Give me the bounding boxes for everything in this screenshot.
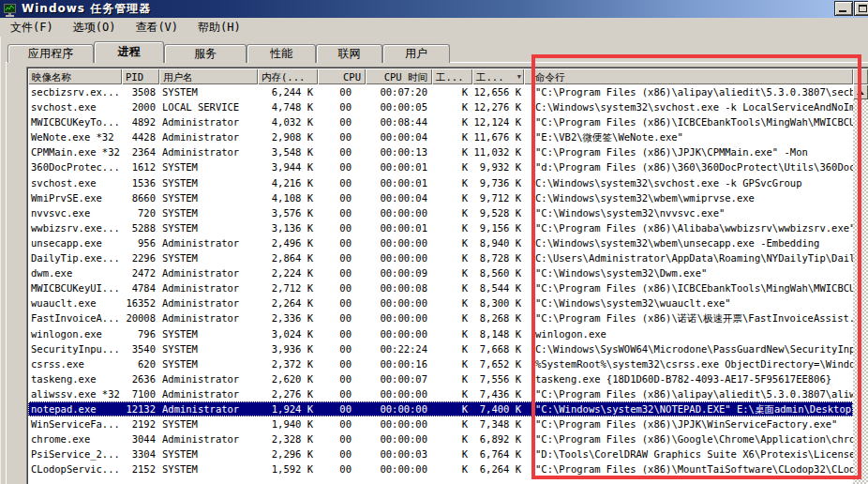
cell-name: WeNote.exe *32 [28, 129, 122, 144]
cell-cpu: 00 [318, 265, 366, 280]
column-header-cmd[interactable]: 命令行 [524, 68, 853, 84]
cell-cmd: "C:\Program Files (x86)\Google\Chrome\Ap… [524, 431, 853, 446]
cell-wset: 12,124 K [472, 114, 524, 129]
cell-cmd: "C:\Windows\system32\wuauclt.exe" [524, 295, 853, 310]
process-row[interactable]: WmiPrvSE.exe8660SYSTEM4,108 K0000:00:04K… [28, 190, 853, 205]
menu-bar: 文件(F) 选项(O) 查看(V) 帮助(H) [0, 18, 868, 37]
maximize-button[interactable] [855, 2, 868, 15]
cell-name: csrss.exe [28, 356, 122, 371]
cell-ws: K [432, 310, 472, 325]
cell-mem: 4,216 K [258, 175, 318, 190]
cell-ws: K [432, 114, 472, 129]
process-row[interactable]: WeNote.exe *324428Administrator2,908 K00… [28, 129, 853, 144]
cell-cpu: 00 [318, 144, 366, 159]
cell-ws: K [432, 144, 472, 159]
cell-pid: 7100 [122, 386, 159, 401]
tab-processes[interactable]: 进程 [94, 41, 164, 63]
menu-options[interactable]: 选项(O) [64, 18, 126, 38]
scroll-up-button[interactable] [853, 84, 868, 99]
process-row[interactable]: MWICBCUKeyUI...4784Administrator2,712 K0… [28, 280, 853, 295]
column-header-cpu[interactable]: CPU [318, 68, 366, 84]
cell-time: 00:00:01 [366, 220, 432, 235]
column-header-ws[interactable]: 工... [432, 68, 472, 84]
cell-user: Administrator [159, 310, 258, 325]
tab-performance[interactable]: 性能 [247, 44, 316, 63]
cell-name: MWICBCUKeyUI... [28, 280, 122, 295]
cell-ws: K [432, 280, 472, 295]
process-row[interactable]: chrome.exe3044Administrator2,328 K0000:0… [28, 431, 853, 446]
process-row[interactable]: winlogon.exe796SYSTEM3,024 K0000:00:00K8… [28, 326, 853, 341]
vertical-scrollbar[interactable] [853, 84, 868, 484]
cell-name: CLodopServic... [28, 461, 122, 476]
cell-ws: K [432, 190, 472, 205]
cell-ws: K [432, 461, 472, 476]
process-row[interactable]: PsiService_2...3304SYSTEM2,296 K0000:00:… [28, 446, 853, 461]
process-row[interactable]: SecurityInpu...3540SYSTEM3,936 K0000:22:… [28, 341, 853, 356]
process-row[interactable]: csrss.exe620SYSTEM2,372 K0000:00:16K7,65… [28, 356, 853, 371]
process-row[interactable]: unsecapp.exe956Administrator2,496 K0000:… [28, 235, 853, 250]
process-row[interactable]: dwm.exe2472Administrator2,224 K0000:00:0… [28, 265, 853, 280]
cell-pid: 5288 [122, 220, 159, 235]
cell-ws: K [432, 265, 472, 280]
column-header-name[interactable]: 映像名称 [28, 68, 122, 84]
minimize-button[interactable] [835, 2, 852, 15]
process-row[interactable]: DailyTip.exe...2296SYSTEM2,864 K0000:00:… [28, 250, 853, 265]
cell-pid: 2472 [122, 265, 159, 280]
process-row[interactable]: CPMMain.exe *322364Administrator3,548 K0… [28, 144, 853, 159]
cell-cmd: "C:\Program Files (x86)\JPJK\CPMMain.exe… [524, 144, 853, 159]
cell-ws: K [432, 326, 472, 341]
cell-wset: 8,728 K [472, 250, 524, 265]
process-row[interactable]: CLodopServic...2152SYSTEM1,592 K0000:00:… [28, 461, 853, 476]
process-row-selected[interactable]: notepad.exe12132Administrator1,924 K0000… [28, 401, 853, 416]
cell-pid: 3044 [122, 431, 159, 446]
process-row[interactable]: nvvsvc.exe720SYSTEM3,576 K0000:00:00K9,5… [28, 205, 853, 220]
process-row[interactable]: MWICBCUKeyTo...4892Administrator4,032 K0… [28, 114, 853, 129]
cell-ws: K [432, 220, 472, 235]
cell-ws: K [432, 295, 472, 310]
cell-mem: 3,548 K [258, 144, 318, 159]
cell-mem: 3,136 K [258, 220, 318, 235]
process-row[interactable]: svchost.exe1536SYSTEM4,216 K0000:00:01K9… [28, 175, 853, 190]
process-row[interactable]: 360DocProtec...1612SYSTEM3,944 K0000:00:… [28, 159, 853, 174]
cell-wset: 6,892 K [472, 431, 524, 446]
cell-mem: 3,944 K [258, 159, 318, 174]
menu-help[interactable]: 帮助(H) [188, 18, 250, 38]
column-header-pid[interactable]: PID [122, 68, 159, 84]
tab-users[interactable]: 用户 [382, 44, 450, 63]
cell-cpu: 00 [318, 295, 366, 310]
tab-services[interactable]: 服务 [164, 44, 247, 63]
cell-time: 00:00:00 [366, 461, 432, 476]
menu-view[interactable]: 查看(V) [126, 18, 187, 38]
column-header-user[interactable]: 用户名 [159, 68, 258, 84]
scrollbar-track[interactable] [853, 99, 868, 484]
cell-cmd: "C:\Windows\system32\NOTEPAD.EXE" E:\桌面a… [524, 401, 853, 416]
tab-networking[interactable]: 联网 [316, 44, 382, 63]
cell-cmd: "d:\Program Files (x86)\360\360DocProtec… [524, 159, 853, 174]
process-row[interactable]: taskeng.exe2636Administrator2,620 K0000:… [28, 371, 853, 386]
cell-name: winlogon.exe [28, 326, 122, 341]
cell-cpu: 00 [318, 250, 366, 265]
column-header-time[interactable]: CPU 时间 [366, 68, 432, 84]
process-list: 映像名称PID用户名内存(...CPUCPU 时间工...工...▼命令行 se… [26, 67, 868, 484]
process-row[interactable]: wwbizsrv.exe...5288SYSTEM3,136 K0000:00:… [28, 220, 853, 235]
cell-ws: K [432, 84, 472, 99]
column-header-wset[interactable]: 工...▼ [472, 68, 524, 84]
process-row[interactable]: svchost.exe2000LOCAL SERVICE4,748 K0000:… [28, 99, 853, 114]
cell-mem: 1,940 K [258, 416, 318, 431]
menu-file[interactable]: 文件(F) [1, 18, 63, 38]
process-row[interactable]: WinServiceFa...2192SYSTEM1,940 K0000:00:… [28, 416, 853, 431]
cell-time: 00:00:00 [366, 386, 432, 401]
process-row[interactable]: secbizsrv.ex...3508SYSTEM6,244 K0000:07:… [28, 84, 853, 99]
process-row[interactable]: aliwssv.exe *327100Administrator2,276 K0… [28, 386, 853, 401]
tab-applications[interactable]: 应用程序 [7, 44, 94, 63]
cell-user: SYSTEM [159, 250, 258, 265]
cell-wset: 11,032 K [472, 144, 524, 159]
cell-wset: 8,940 K [472, 235, 524, 250]
cell-pid: 4892 [122, 114, 159, 129]
process-row[interactable]: FastInvoiceA...20008Administrator2,336 K… [28, 310, 853, 325]
process-row[interactable]: wuauclt.exe16352Administrator2,264 K0000… [28, 295, 853, 310]
cell-pid: 8660 [122, 190, 159, 205]
cell-user: Administrator [159, 386, 258, 401]
cell-mem: 1,592 K [258, 461, 318, 476]
column-header-mem[interactable]: 内存(... [258, 68, 318, 84]
